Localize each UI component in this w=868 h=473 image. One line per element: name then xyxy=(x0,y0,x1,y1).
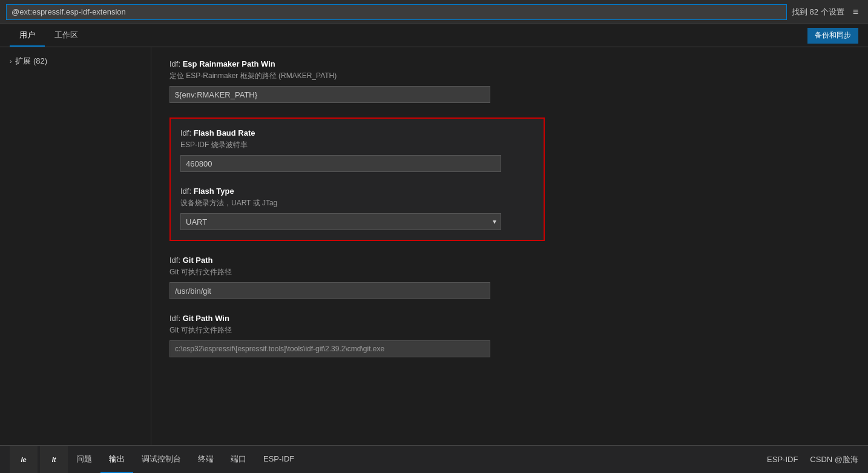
setting-git-path: Idf: Git Path Git 可执行文件路径 xyxy=(169,256,850,299)
settings-content: Idf: Esp Rainmaker Path Win 定位 ESP-Rainm… xyxy=(151,47,868,445)
bottom-tab-port[interactable]: 端口 xyxy=(222,446,255,473)
sidebar-extensions-label: 扩展 (82) xyxy=(15,56,47,67)
setting-name-git-path: Git Path xyxy=(183,256,213,265)
git-path-input[interactable] xyxy=(169,282,490,299)
bottom-tab-terminal[interactable]: 终端 xyxy=(189,446,222,473)
setting-prefix-git-path: Idf: xyxy=(169,256,183,265)
main-area: › 扩展 (82) Idf: Esp Rainmaker Path Win 定位… xyxy=(0,47,868,445)
setting-name-rainmaker: Esp Rainmaker Path Win xyxy=(183,59,275,68)
setting-prefix-baud: Idf: xyxy=(180,128,194,137)
search-result-text: 找到 82 个设置 xyxy=(792,7,844,18)
setting-rainmaker-title: Idf: Esp Rainmaker Path Win xyxy=(169,59,850,68)
setting-rainmaker-desc: 定位 ESP-Rainmaker 框架的路径 (RMAKER_PATH) xyxy=(169,71,850,81)
sidebar-item-extensions[interactable]: › 扩展 (82) xyxy=(0,52,151,70)
setting-name-baud: Flash Baud Rate xyxy=(194,128,255,137)
git-path-win-input[interactable] xyxy=(169,340,490,357)
sidebar: › 扩展 (82) xyxy=(0,47,151,445)
chevron-right-icon: › xyxy=(10,58,12,65)
taskbar-icon-ie[interactable]: Ie xyxy=(10,446,38,474)
backup-sync-button[interactable]: 备份和同步 xyxy=(807,28,858,44)
top-search-bar: 找到 82 个设置 ≡ xyxy=(0,0,868,24)
setting-git-path-win-title: Idf: Git Path Win xyxy=(169,314,850,323)
taskbar-icons: Ie It xyxy=(10,446,68,474)
rainmaker-path-input[interactable] xyxy=(169,86,490,103)
setting-flash-baud-rate: Idf: Flash Baud Rate ESP-IDF 烧录波特率 xyxy=(180,128,534,172)
setting-prefix-flash-type: Idf: xyxy=(180,187,194,196)
bottom-tab-output[interactable]: 输出 xyxy=(100,446,133,473)
flash-type-select-wrapper: UART JTag ▾ xyxy=(180,213,501,230)
setting-git-path-win-desc: Git 可执行文件路径 xyxy=(169,325,850,336)
bottom-right-area: ESP-IDF CSDN @脸海 xyxy=(767,454,858,465)
csdn-label[interactable]: CSDN @脸海 xyxy=(810,454,858,465)
setting-prefix-rainmaker: Idf: xyxy=(169,59,183,68)
tabs-left: 用户 工作区 xyxy=(10,25,88,47)
taskbar-icon-it[interactable]: It xyxy=(40,446,68,474)
setting-name-git-path-win: Git Path Win xyxy=(183,314,229,323)
setting-name-flash-type: Flash Type xyxy=(194,187,234,196)
espidf-status[interactable]: ESP-IDF xyxy=(767,455,798,464)
setting-git-path-title: Idf: Git Path xyxy=(169,256,850,265)
bottom-tab-debug[interactable]: 调试控制台 xyxy=(133,446,189,473)
settings-tabs-row: 用户 工作区 备份和同步 xyxy=(0,24,868,47)
setting-git-path-win: Idf: Git Path Win Git 可执行文件路径 xyxy=(169,314,850,357)
setting-git-path-desc: Git 可执行文件路径 xyxy=(169,267,850,277)
tab-user[interactable]: 用户 xyxy=(10,25,45,47)
highlighted-section: Idf: Flash Baud Rate ESP-IDF 烧录波特率 Idf: … xyxy=(169,117,545,241)
setting-flash-baud-desc: ESP-IDF 烧录波特率 xyxy=(180,140,534,150)
flash-type-select[interactable]: UART JTag xyxy=(180,213,501,230)
setting-flash-type-title: Idf: Flash Type xyxy=(180,187,534,196)
setting-flash-baud-title: Idf: Flash Baud Rate xyxy=(180,128,534,137)
flash-baud-rate-input[interactable] xyxy=(180,155,501,172)
tab-workspace[interactable]: 工作区 xyxy=(45,25,88,47)
setting-flash-type-desc: 设备烧录方法，UART 或 JTag xyxy=(180,198,534,208)
bottom-bar: Ie It 问题 输出 调试控制台 终端 端口 ESP-IDF ESP-IDF … xyxy=(0,445,868,473)
setting-rainmaker-path-win: Idf: Esp Rainmaker Path Win 定位 ESP-Rainm… xyxy=(169,59,850,103)
menu-icon[interactable]: ≡ xyxy=(849,5,862,19)
setting-prefix-git-path-win: Idf: xyxy=(169,314,183,323)
search-input[interactable] xyxy=(6,4,787,20)
bottom-tab-issues[interactable]: 问题 xyxy=(68,446,100,473)
bottom-tab-espidf[interactable]: ESP-IDF xyxy=(255,446,303,473)
setting-flash-type: Idf: Flash Type 设备烧录方法，UART 或 JTag UART … xyxy=(180,187,534,230)
